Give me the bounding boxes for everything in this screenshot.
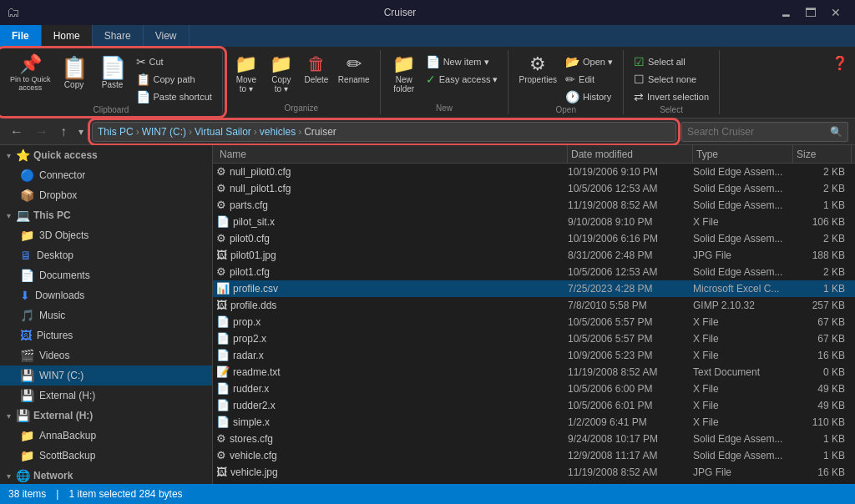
file-row[interactable]: ⚙ stores.cfg 9/24/2008 10:17 PM Solid Ed… — [213, 431, 855, 447]
tab-view[interactable]: View — [144, 25, 190, 47]
sidebar-header-this-pc[interactable]: ▾ 💻 This PC — [0, 205, 212, 225]
file-size: 1 KB — [793, 483, 852, 485]
search-bar[interactable]: 🔍 — [681, 122, 848, 142]
file-row[interactable]: 🖼 profile.dds 7/8/2010 5:58 PM GIMP 2.10… — [213, 297, 855, 314]
paste-shortcut-button[interactable]: 📄 Paste shortcut — [133, 88, 215, 105]
file-row[interactable]: ⚙ pilot0.cfg 10/19/2006 6:16 PM Solid Ed… — [213, 230, 855, 247]
sidebar-item-videos[interactable]: 🎬 Videos — [0, 345, 212, 365]
file-row[interactable]: ⚙ views.cfg 4/27/2024 1:51 PM Solid Edge… — [213, 481, 855, 484]
copy-path-button[interactable]: 📋 Copy path — [133, 71, 215, 88]
sidebar-header-network[interactable]: ▾ 🌐 Network — [0, 466, 212, 484]
file-row[interactable]: ⚙ parts.cfg 11/19/2008 8:52 AM Solid Edg… — [213, 197, 855, 214]
invert-selection-button[interactable]: ⇄ Invert selection — [630, 88, 712, 105]
col-header-size[interactable]: Size — [793, 145, 852, 163]
up-button[interactable]: ↑ — [57, 123, 70, 141]
rename-button[interactable]: ✏ Rename — [335, 53, 373, 86]
properties-button[interactable]: ⚙ Properties — [515, 53, 560, 86]
file-name: prop.x — [233, 316, 261, 328]
select-all-button[interactable]: ☑ Select all — [630, 53, 712, 70]
file-row[interactable]: 📄 rudder2.x 10/5/2006 6:01 PM X File 49 … — [213, 397, 855, 414]
search-input[interactable] — [687, 126, 830, 138]
open-group-label: Open — [556, 105, 576, 116]
sidebar-item-connector[interactable]: 🔵 Connector — [0, 165, 212, 185]
sidebar-item-external-h[interactable]: 💾 External (H:) — [0, 386, 212, 406]
sidebar-item-anna-backup[interactable]: 📁 AnnaBackup — [0, 426, 212, 446]
sidebar-item-win7[interactable]: 💾 WIN7 (C:) — [0, 365, 212, 386]
file-modified: 7/8/2010 5:58 PM — [568, 300, 693, 311]
new-folder-button[interactable]: 📁 Newfolder — [387, 53, 421, 95]
easy-access-button[interactable]: ✓ Easy access ▾ — [422, 71, 502, 88]
file-row[interactable]: ⚙ pilot1.cfg 10/5/2006 12:53 AM Solid Ed… — [213, 264, 855, 280]
close-button[interactable]: ✕ — [823, 0, 848, 25]
copy-to-button[interactable]: 📁 Copyto ▾ — [265, 53, 298, 95]
move-to-button[interactable]: 📁 Moveto ▾ — [230, 53, 263, 95]
file-row[interactable]: 📄 prop2.x 10/5/2006 5:57 PM X File 67 KB — [213, 330, 855, 347]
ribbon-group-select: ☑ Select all ☐ Select none ⇄ Invert sele… — [624, 50, 720, 114]
file-row[interactable]: 📄 pilot_sit.x 9/10/2008 9:10 PM X File 1… — [213, 214, 855, 230]
file-modified: 10/5/2006 6:00 PM — [568, 383, 693, 395]
file-row[interactable]: 🖼 pilot01.jpg 8/31/2006 2:48 PM JPG File… — [213, 247, 855, 264]
sidebar-item-pictures[interactable]: 🖼 Pictures — [0, 325, 212, 345]
file-row[interactable]: 📄 prop.x 10/5/2006 5:57 PM X File 67 KB — [213, 314, 855, 330]
file-row[interactable]: ⚙ vehicle.cfg 12/9/2008 11:17 AM Solid E… — [213, 447, 855, 464]
new-item-button[interactable]: 📄 New item ▾ — [422, 53, 502, 70]
cut-button[interactable]: ✂ Cut — [133, 53, 215, 70]
file-row[interactable]: ⚙ null_pilot0.cfg 10/19/2006 9:10 PM Sol… — [213, 164, 855, 180]
col-header-modified[interactable]: Date modified — [568, 145, 693, 163]
tab-home[interactable]: Home — [42, 25, 93, 47]
minimize-button[interactable]: 🗕 — [773, 0, 798, 25]
back-button[interactable]: ← — [7, 123, 27, 141]
file-type: X File — [693, 400, 793, 411]
pin-to-quick-access-button[interactable]: 📌 Pin to Quickaccess — [7, 53, 54, 93]
select-none-button[interactable]: ☐ Select none — [630, 71, 712, 88]
documents-icon: 📄 — [20, 269, 34, 282]
breadcrumb-this-pc[interactable]: This PC — [98, 126, 134, 138]
forward-button[interactable]: → — [32, 123, 52, 141]
file-row[interactable]: 📄 rudder.x 10/5/2006 6:00 PM X File 49 K… — [213, 381, 855, 397]
file-size: 67 KB — [793, 333, 852, 345]
sidebar-item-music[interactable]: 🎵 Music — [0, 305, 212, 325]
3d-objects-icon: 📁 — [20, 229, 34, 242]
file-row[interactable]: 📄 simple.x 1/2/2009 6:41 PM X File 110 K… — [213, 414, 855, 431]
sidebar-item-documents[interactable]: 📄 Documents — [0, 265, 212, 285]
sidebar-header-external[interactable]: ▾ 💾 External (H:) — [0, 406, 212, 426]
open-label: Open ▾ — [583, 57, 613, 68]
sidebar-item-downloads[interactable]: ⬇ Downloads — [0, 285, 212, 305]
tab-share[interactable]: Share — [93, 25, 144, 47]
window-icons: 🗂 — [7, 5, 20, 20]
edit-button[interactable]: ✏ Edit — [562, 71, 616, 88]
paste-button[interactable]: 📄 Paste — [94, 53, 131, 93]
item-count: 38 items — [8, 488, 46, 500]
select-none-label: Select none — [648, 74, 696, 84]
open-button[interactable]: 📂 Open ▾ — [562, 53, 616, 70]
sidebar-header-quick-access[interactable]: ▾ ⭐ Quick access — [0, 145, 212, 165]
help-button[interactable]: ❓ — [828, 53, 852, 73]
recent-button[interactable]: ▾ — [75, 124, 87, 139]
copy-button[interactable]: 📋 Copy — [56, 53, 93, 93]
sidebar-item-dropbox[interactable]: 📦 Dropbox — [0, 185, 212, 205]
this-pc-label: This PC — [33, 209, 71, 221]
scott-backup-icon: 📁 — [20, 449, 34, 462]
file-row[interactable]: ⚙ null_pilot1.cfg 10/5/2006 12:53 AM Sol… — [213, 180, 855, 197]
file-name: radar.x — [233, 350, 264, 361]
sidebar-item-3d-objects[interactable]: 📁 3D Objects — [0, 225, 212, 245]
maximize-button[interactable]: 🗖 — [798, 0, 823, 25]
sidebar-item-desktop[interactable]: 🖥 Desktop — [0, 245, 212, 265]
file-row[interactable]: 📊 profile.csv 7/25/2023 4:28 PM Microsof… — [213, 280, 855, 297]
clipboard-small-buttons: ✂ Cut 📋 Copy path 📄 Paste shortcut — [133, 53, 215, 105]
history-button[interactable]: 🕐 History — [562, 88, 616, 105]
breadcrumb-virtual-sailor[interactable]: Virtual Sailor — [195, 126, 251, 138]
breadcrumb-drive[interactable]: WIN7 (C:) — [142, 126, 186, 138]
file-row[interactable]: 🖼 vehicle.jpg 11/19/2008 8:52 AM JPG Fil… — [213, 464, 855, 481]
file-row[interactable]: 📝 readme.txt 11/19/2008 8:52 AM Text Doc… — [213, 364, 855, 381]
file-icon: ⚙ — [216, 165, 226, 178]
file-type: GIMP 2.10.32 — [693, 300, 793, 311]
delete-button[interactable]: 🗑 Delete — [300, 53, 333, 86]
col-header-name[interactable]: Name — [216, 145, 568, 163]
sidebar-item-scott-backup[interactable]: 📁 ScottBackup — [0, 446, 212, 466]
paste-label: Paste — [102, 80, 124, 89]
tab-file[interactable]: File — [0, 25, 42, 47]
file-row[interactable]: 📄 radar.x 10/9/2006 5:23 PM X File 16 KB — [213, 347, 855, 364]
col-header-type[interactable]: Type — [693, 145, 793, 163]
breadcrumb-vehicles[interactable]: vehicles — [260, 126, 296, 138]
